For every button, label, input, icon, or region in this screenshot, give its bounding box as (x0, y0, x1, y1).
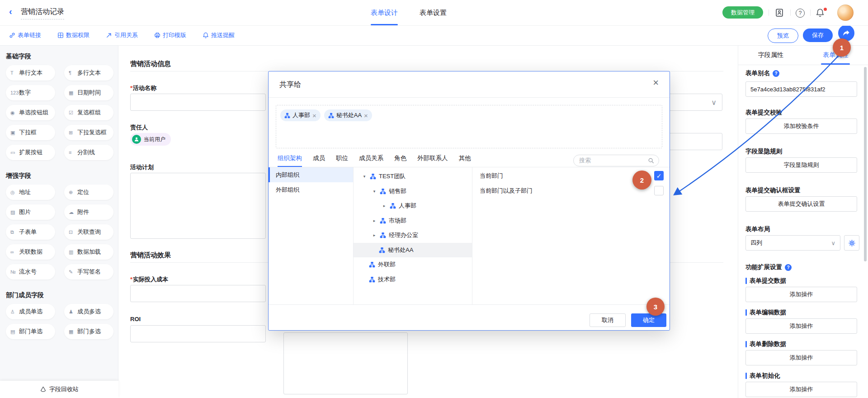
tab-member-relations[interactable]: 成员关系 (359, 152, 383, 167)
field-pill[interactable]: ▦部门多选 (64, 324, 113, 339)
field-pill[interactable]: ♙成员单选 (6, 304, 55, 319)
remove-chip-icon[interactable]: × (312, 112, 316, 119)
print-template-button[interactable]: 打印模版 (154, 31, 186, 39)
field-pill[interactable]: T单行文本 (6, 65, 55, 81)
caret-down-icon[interactable]: ▾ (372, 189, 377, 194)
field-pill[interactable]: ☁附件 (64, 204, 113, 220)
plan-textarea[interactable] (130, 173, 266, 239)
help-icon[interactable]: ? (796, 9, 805, 18)
field-pill[interactable]: ¶多行文本 (64, 65, 113, 81)
field-recycle-bin[interactable]: 字段回收站 (0, 381, 118, 398)
field-visibility-button[interactable]: 字段显隐规则 (745, 157, 857, 173)
roi-input[interactable] (130, 325, 266, 342)
tree-node[interactable]: ▸经理办公室 (354, 228, 472, 243)
activity-name-input[interactable] (130, 94, 266, 111)
tree-node-selected[interactable]: 秘书处AA (354, 243, 472, 258)
tab-roles[interactable]: 角色 (394, 152, 406, 167)
cost-input[interactable] (130, 285, 266, 302)
field-pill[interactable]: ⊞下拉复选框 (64, 125, 113, 140)
contacts-book-icon[interactable] (775, 8, 784, 17)
tab-form-settings[interactable]: 表单设置 (420, 0, 447, 25)
field-pill[interactable]: ♟成员多选 (64, 304, 113, 319)
field-pill[interactable]: ◉单选按钮组 (6, 105, 55, 120)
canvas-textarea[interactable] (283, 332, 408, 394)
tab-org-structure[interactable]: 组织架构 (278, 152, 302, 167)
list-item-internal-org[interactable]: 内部组织 (269, 167, 353, 182)
add-action-button[interactable]: 添加操作 (745, 350, 857, 365)
field-pill[interactable]: ▭扩展按钮 (6, 145, 55, 160)
caret-right-icon[interactable]: ▸ (372, 218, 377, 223)
field-pill[interactable]: ⧉子表单 (6, 224, 55, 240)
field-pill[interactable]: ⊕定位 (64, 185, 113, 200)
notification-bell-icon[interactable] (816, 8, 825, 17)
list-item-external-org[interactable]: 外部组织 (269, 182, 353, 197)
field-pill[interactable]: ▤部门单选 (6, 324, 55, 339)
confirm-button[interactable]: 确定 (631, 313, 666, 327)
field-pill[interactable]: 123数字 (6, 85, 55, 100)
save-button[interactable]: 保存 (803, 28, 833, 42)
tab-others[interactable]: 其他 (459, 152, 471, 167)
tab-external-contacts[interactable]: 外部联系人 (417, 152, 448, 167)
tree-node[interactable]: 技术部 (354, 272, 472, 287)
selected-targets-area[interactable]: 人事部× 秘书处AA× (276, 105, 662, 148)
field-pill[interactable]: ▨图片 (6, 204, 55, 220)
submit-confirm-button[interactable]: 表单提交确认设置 (745, 196, 857, 212)
close-icon[interactable]: × (653, 78, 659, 88)
dropdown-icon: ▣ (10, 130, 19, 136)
preview-button[interactable]: 预览 (768, 28, 798, 43)
member-single-icon: ♙ (10, 309, 19, 315)
form-alias-input[interactable]: 5e7a4ce3d13ab8275f831af2 (745, 81, 857, 97)
cancel-button[interactable]: 取消 (590, 313, 626, 327)
data-manage-button[interactable]: 数据管理 (722, 6, 763, 19)
reference-relation-button[interactable]: 引用关系 (106, 31, 138, 39)
field-pill[interactable]: ▣下拉框 (6, 125, 55, 140)
help-icon[interactable]: ? (785, 264, 792, 271)
field-pill[interactable]: ≡分割线 (64, 145, 113, 160)
form-section-title[interactable]: 营销活动信息 (130, 60, 171, 68)
delete-data-label: 表单删除数据 (745, 340, 786, 348)
field-pill[interactable]: ☑复选框组 (64, 105, 113, 120)
bell-icon (203, 32, 209, 38)
field-pill[interactable]: ▥数据加载 (64, 244, 113, 260)
field-pill[interactable]: ✎手写签名 (64, 264, 113, 280)
tree-node[interactable]: ▾TEST团队 (354, 169, 472, 184)
tree-node[interactable]: ▸市场部 (354, 213, 472, 228)
search-input[interactable]: 搜索 (573, 155, 659, 166)
caret-right-icon[interactable]: ▸ (382, 204, 387, 208)
org-icon (380, 188, 386, 194)
field-pill[interactable]: ∞关联数据 (6, 244, 55, 260)
org-icon (379, 247, 385, 253)
form-link-button[interactable]: 表单链接 (9, 31, 41, 39)
field-pill[interactable]: №流水号 (6, 264, 55, 280)
push-reminder-button[interactable]: 推送提醒 (203, 31, 235, 39)
field-pill[interactable]: ◎地址 (6, 185, 55, 200)
checkbox-checked[interactable]: ✓ (654, 171, 664, 180)
tab-members[interactable]: 成员 (313, 152, 325, 167)
add-action-button[interactable]: 添加操作 (745, 318, 857, 334)
layout-settings-button[interactable] (844, 235, 859, 251)
field-pill[interactable]: ▦日期时间 (64, 85, 113, 100)
user-avatar[interactable] (837, 5, 854, 21)
checkbox-unchecked[interactable] (654, 186, 664, 195)
tree-node[interactable]: 外联部 (354, 257, 472, 272)
tab-positions[interactable]: 职位 (336, 152, 348, 167)
owner-chip[interactable]: 当前用户 (130, 133, 171, 146)
form-section-title[interactable]: 营销活动效果 (130, 251, 171, 260)
remove-chip-icon[interactable]: × (364, 112, 368, 119)
tree-node[interactable]: ▸人事部 (354, 199, 472, 213)
help-icon[interactable]: ? (773, 70, 779, 77)
caret-down-icon[interactable]: ▾ (362, 174, 367, 179)
data-permission-button[interactable]: 数据权限 (57, 31, 90, 39)
add-validation-button[interactable]: 添加校验条件 (745, 118, 857, 134)
add-action-button[interactable]: 添加操作 (745, 287, 857, 302)
form-layout-select[interactable]: 四列∨ (745, 235, 840, 251)
tree-node[interactable]: ▾销售部 (354, 184, 472, 199)
tab-form-design[interactable]: 表单设计 (371, 0, 398, 25)
caret-right-icon[interactable]: ▸ (372, 233, 377, 237)
field-pill[interactable]: ⊡关联查询 (64, 224, 113, 240)
tab-field-properties[interactable]: 字段属性 (738, 45, 803, 65)
back-icon[interactable]: ‹ (9, 6, 12, 17)
page-title[interactable]: 营销活动记录 (21, 7, 64, 19)
panel-scrollbar[interactable] (864, 67, 867, 261)
add-action-button[interactable]: 添加操作 (745, 382, 857, 397)
